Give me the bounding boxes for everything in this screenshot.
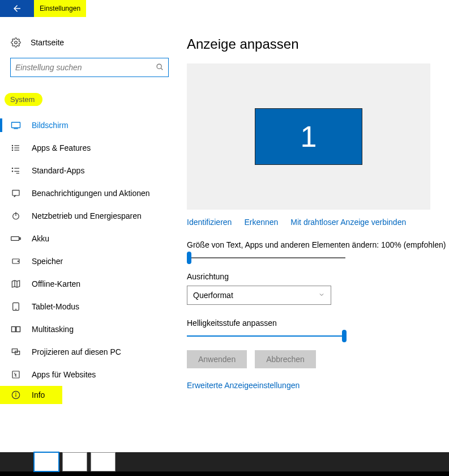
sidebar-item-storage[interactable]: Speicher	[0, 250, 187, 273]
sidebar: Startseite System Bildschirm Apps & Feat…	[0, 17, 187, 452]
svg-point-13	[12, 168, 12, 168]
monitor-number: 1	[301, 120, 317, 154]
sidebar-item-display[interactable]: Bildschirm	[0, 114, 187, 137]
svg-point-1	[157, 64, 161, 69]
svg-point-9	[12, 147, 12, 148]
svg-rect-28	[12, 327, 16, 332]
project-icon	[10, 347, 22, 356]
apps-websites-icon	[10, 370, 22, 379]
cancel-button[interactable]: Abbrechen	[255, 350, 316, 368]
sidebar-item-power[interactable]: Netzbetrieb und Energiesparen	[0, 205, 187, 227]
sidebar-item-label: Apps & Features	[32, 143, 91, 152]
arrow-left-icon	[12, 3, 22, 14]
svg-point-14	[12, 171, 12, 172]
sidebar-item-label: Speicher	[32, 257, 63, 266]
sidebar-item-label: Multitasking	[32, 325, 74, 334]
sidebar-item-tablet-mode[interactable]: Tablet-Modus	[0, 295, 187, 318]
search-icon	[156, 63, 164, 73]
display-preview[interactable]: 1	[187, 63, 430, 210]
svg-point-8	[12, 145, 12, 146]
advanced-display-link[interactable]: Erweiterte Anzeigeeinstellungen	[187, 381, 449, 390]
svg-rect-29	[16, 327, 20, 332]
search-box[interactable]	[10, 58, 169, 77]
svg-point-22	[18, 261, 18, 261]
sidebar-category: System	[5, 93, 42, 106]
orientation-label: Ausrichtung	[187, 272, 449, 281]
gear-icon	[10, 37, 22, 48]
window-title: Einstellungen	[34, 0, 86, 17]
chevron-down-icon	[318, 291, 325, 300]
sidebar-item-notifications[interactable]: Benachrichtigungen und Aktionen	[0, 182, 187, 205]
sidebar-item-label: Bildschirm	[32, 121, 69, 130]
sidebar-home-label: Startseite	[31, 38, 64, 47]
slider-thumb[interactable]	[187, 252, 191, 264]
main-area: Startseite System Bildschirm Apps & Feat…	[0, 17, 449, 452]
multitasking-icon	[10, 325, 22, 333]
power-icon	[10, 211, 22, 220]
svg-point-36	[16, 393, 16, 393]
wireless-link[interactable]: Mit drahtloser Anzeige verbinden	[290, 218, 406, 227]
sidebar-item-default-apps[interactable]: Standard-Apps	[0, 159, 187, 182]
sidebar-item-label: Benachrichtigungen und Aktionen	[32, 189, 150, 198]
thumbnail[interactable]	[34, 452, 59, 471]
notification-icon	[10, 189, 22, 198]
scale-slider[interactable]	[187, 257, 345, 258]
storage-icon	[10, 257, 22, 266]
thumbnail[interactable]	[91, 452, 116, 471]
sidebar-item-offline-maps[interactable]: Offline-Karten	[0, 273, 187, 295]
back-button[interactable]	[0, 0, 34, 17]
sidebar-item-battery[interactable]: Akku	[0, 227, 187, 250]
map-icon	[10, 279, 22, 288]
battery-icon	[10, 235, 22, 242]
slider-thumb[interactable]	[342, 330, 347, 342]
scale-label: Größe von Text, Apps und anderen Element…	[187, 240, 449, 249]
apply-button[interactable]: Anwenden	[187, 350, 247, 368]
default-apps-icon	[10, 166, 22, 175]
svg-point-10	[12, 150, 12, 150]
svg-rect-16	[12, 190, 19, 196]
sidebar-item-multitasking[interactable]: Multitasking	[0, 318, 187, 341]
svg-rect-20	[19, 238, 20, 240]
titlebar: Einstellungen	[0, 0, 449, 17]
svg-rect-3	[12, 122, 20, 128]
sidebar-item-label: Offline-Karten	[32, 279, 80, 288]
sidebar-home[interactable]: Startseite	[0, 33, 187, 58]
info-icon	[10, 390, 22, 400]
detect-link[interactable]: Erkennen	[244, 218, 278, 227]
list-icon	[10, 143, 22, 152]
search-input[interactable]	[15, 63, 156, 72]
sidebar-item-apps-websites[interactable]: Apps für Websites	[0, 363, 187, 386]
svg-rect-30	[12, 349, 17, 353]
sidebar-item-label: Info	[32, 390, 45, 400]
tablet-icon	[10, 302, 22, 311]
display-action-links: Identifizieren Erkennen Mit drahtloser A…	[187, 218, 449, 227]
svg-point-0	[15, 41, 18, 44]
identify-link[interactable]: Identifizieren	[187, 218, 232, 227]
sidebar-item-label: Standard-Apps	[32, 166, 84, 175]
brightness-slider[interactable]	[187, 335, 345, 337]
monitor-1[interactable]: 1	[255, 108, 362, 165]
brightness-label: Helligkeitsstufe anpassen	[187, 318, 449, 328]
sidebar-item-label: Netzbetrieb und Energiesparen	[32, 211, 142, 220]
taskbar[interactable]	[0, 471, 449, 476]
orientation-value: Querformat	[193, 291, 233, 300]
taskbar-thumbnails	[34, 452, 116, 471]
orientation-select[interactable]: Querformat	[187, 286, 331, 305]
sidebar-item-label: Tablet-Modus	[32, 302, 79, 311]
thumbnail[interactable]	[62, 452, 87, 471]
sidebar-item-apps-features[interactable]: Apps & Features	[0, 137, 187, 159]
sidebar-item-project[interactable]: Projizieren auf diesen PC	[0, 341, 187, 363]
sidebar-item-info[interactable]: Info	[0, 386, 62, 404]
svg-rect-19	[11, 237, 19, 241]
svg-marker-23	[12, 280, 19, 287]
monitor-icon	[10, 121, 22, 129]
sidebar-item-label: Akku	[32, 234, 49, 243]
content-pane: Anzeige anpassen 1 Identifizieren Erkenn…	[187, 17, 449, 452]
svg-line-2	[161, 68, 163, 70]
apply-cancel-row: Anwenden Abbrechen	[187, 350, 449, 368]
sidebar-item-label: Projizieren auf diesen PC	[32, 347, 121, 356]
sidebar-item-label: Apps für Websites	[32, 370, 96, 379]
page-heading: Anzeige anpassen	[187, 36, 449, 52]
